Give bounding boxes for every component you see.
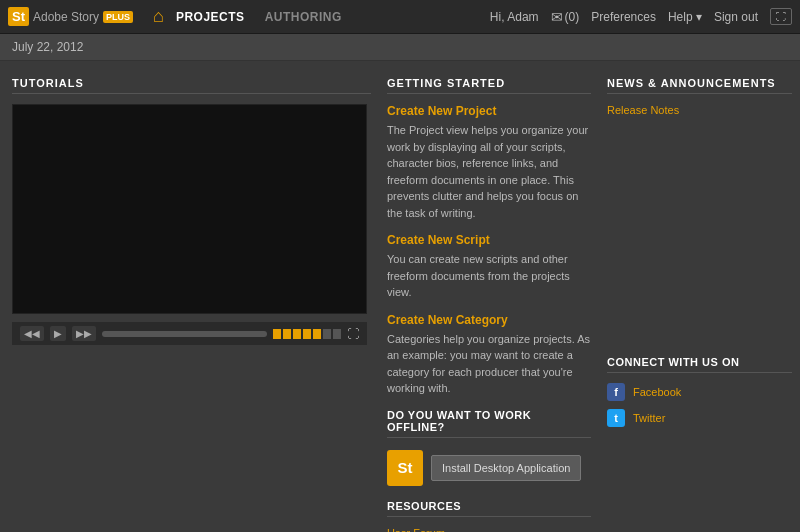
twitter-icon: t [607,409,625,427]
tutorials-column: TUTORIALS ◀◀ ▶ ▶▶ ⛶ [12,77,387,531]
date-bar: July 22, 2012 [0,34,800,61]
messages-icon[interactable]: ✉ (0) [551,9,580,25]
home-icon[interactable]: ⌂ [153,6,164,27]
gs-item-2-desc: Categories help you organize projects. A… [387,331,591,397]
resources-title: RESOURCES [387,500,591,517]
next-button[interactable]: ▶▶ [72,326,96,341]
gs-item-2-title[interactable]: Create New Category [387,313,591,327]
play-button[interactable]: ▶ [50,326,66,341]
offline-title: DO YOU WANT TO WORK OFFLINE? [387,409,591,438]
twitter-link[interactable]: t Twitter [607,409,792,427]
twitter-label: Twitter [633,412,665,424]
news-column: NEWS & ANNOUNCEMENTS Release Notes CONNE… [607,77,792,531]
video-player [12,104,367,314]
vol-block-7 [333,329,341,339]
envelope-icon: ✉ [551,9,563,25]
current-date: July 22, 2012 [12,40,83,54]
gs-item-0-desc: The Project view helps you organize your… [387,122,591,221]
resource-link-0[interactable]: User Forum [387,527,591,533]
getting-started-column: GETTING STARTED Create New Project The P… [387,77,607,531]
help-link[interactable]: Help ▾ [668,10,702,24]
nav-right-area: Hi, Adam ✉ (0) Preferences Help ▾ Sign o… [490,8,792,25]
fullscreen-button[interactable]: ⛶ [770,8,792,25]
vol-block-2 [283,329,291,339]
signout-link[interactable]: Sign out [714,10,758,24]
news-item-0[interactable]: Release Notes [607,104,792,116]
facebook-label: Facebook [633,386,681,398]
st-logo-icon: St [387,450,423,486]
getting-started-title: GETTING STARTED [387,77,591,94]
logo-area: St Adobe Story PLUS [8,7,141,26]
gs-item-0: Create New Project The Project view help… [387,104,591,221]
progress-bar[interactable] [102,331,267,337]
vol-block-5 [313,329,321,339]
vol-block-3 [293,329,301,339]
news-title: NEWS & ANNOUNCEMENTS [607,77,792,94]
gs-item-0-title[interactable]: Create New Project [387,104,591,118]
gs-item-2: Create New Category Categories help you … [387,313,591,397]
vol-block-4 [303,329,311,339]
volume-control [273,329,341,339]
vol-block-1 [273,329,281,339]
gs-item-1: Create New Script You can create new scr… [387,233,591,301]
main-content: TUTORIALS ◀◀ ▶ ▶▶ ⛶ GETTING STARTED Crea… [0,61,800,531]
nav-authoring[interactable]: AUTHORING [265,10,342,24]
desktop-app-row: St Install Desktop Application [387,450,591,486]
facebook-link[interactable]: f Facebook [607,383,792,401]
logo-appname: Adobe Story [33,10,99,24]
gs-item-1-title[interactable]: Create New Script [387,233,591,247]
tutorials-title: TUTORIALS [12,77,371,94]
prev-button[interactable]: ◀◀ [20,326,44,341]
preferences-link[interactable]: Preferences [591,10,656,24]
gs-item-1-desc: You can create new scripts and other fre… [387,251,591,301]
help-chevron-icon: ▾ [696,10,702,24]
logo-plus: PLUS [103,11,133,23]
install-desktop-button[interactable]: Install Desktop Application [431,455,581,481]
facebook-icon: f [607,383,625,401]
top-navigation: St Adobe Story PLUS ⌂ PROJECTS AUTHORING… [0,0,800,34]
nav-greeting: Hi, Adam [490,10,539,24]
video-fullscreen-icon[interactable]: ⛶ [347,327,359,341]
message-count: (0) [565,10,580,24]
logo-st: St [8,7,29,26]
connect-title: CONNECT WITH US ON [607,356,792,373]
nav-projects[interactable]: PROJECTS [176,10,245,24]
video-controls: ◀◀ ▶ ▶▶ ⛶ [12,322,367,345]
offline-section: DO YOU WANT TO WORK OFFLINE? St Install … [387,409,591,486]
vol-block-6 [323,329,331,339]
